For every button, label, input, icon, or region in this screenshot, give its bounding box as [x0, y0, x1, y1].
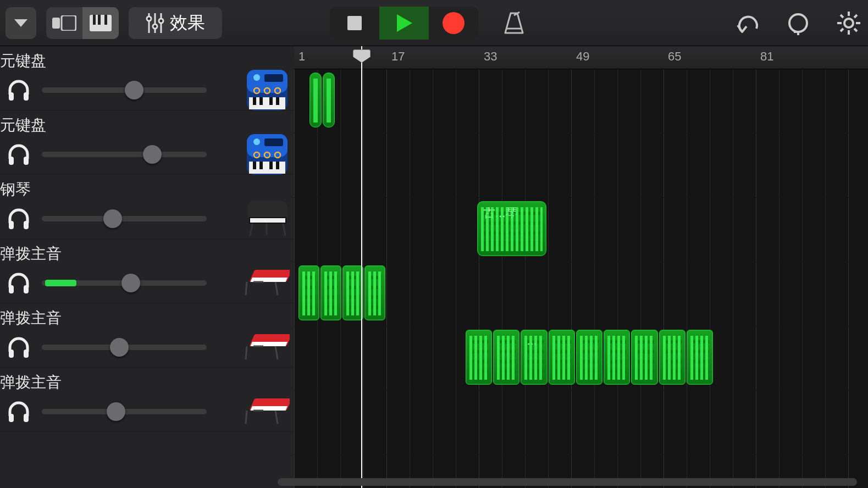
undo-button[interactable]	[734, 9, 761, 37]
svg-point-7	[147, 16, 151, 21]
svg-rect-61	[9, 285, 14, 293]
headphones-icon[interactable]	[7, 400, 31, 424]
ruler-tick: 65	[668, 49, 681, 64]
midi-clip[interactable]	[493, 330, 519, 385]
timeline-lane[interactable]	[294, 198, 868, 262]
track-name: 钢琴	[0, 179, 31, 200]
metronome-button[interactable]	[500, 7, 528, 40]
svg-rect-51	[259, 162, 263, 169]
sliders-icon	[146, 12, 164, 34]
piano-keys-icon	[90, 15, 112, 31]
track-row[interactable]: 弹拨主音	[0, 368, 294, 432]
timeline-ruler[interactable]: 11733496581	[294, 46, 868, 69]
volume-slider[interactable]	[42, 146, 207, 163]
headphones-icon[interactable]	[7, 142, 31, 167]
svg-rect-40	[9, 157, 14, 165]
midi-clip[interactable]	[687, 330, 713, 385]
instrument-icon[interactable]	[245, 389, 290, 434]
svg-rect-26	[9, 92, 14, 101]
instrument-icon[interactable]	[245, 132, 290, 177]
instrument-icon[interactable]	[245, 325, 290, 370]
headphones-icon[interactable]	[7, 78, 31, 102]
timeline-lane[interactable]	[294, 391, 868, 455]
svg-rect-69	[24, 350, 29, 358]
midi-clip[interactable]	[309, 73, 322, 127]
midi-clip[interactable]: ...	[521, 330, 547, 385]
fx-label: 效果	[170, 11, 205, 35]
midi-clip[interactable]	[364, 265, 385, 320]
svg-rect-62	[24, 285, 29, 293]
timeline-body[interactable]: 古...琴...	[294, 69, 868, 488]
midi-clip[interactable]	[323, 73, 335, 127]
timeline[interactable]: 11733496581 古...琴...	[294, 46, 868, 488]
headphones-icon[interactable]	[7, 207, 31, 231]
svg-point-13	[443, 12, 465, 34]
midi-clip[interactable]	[549, 330, 575, 385]
top-toolbar: 效果	[0, 0, 868, 46]
svg-rect-1	[62, 15, 76, 31]
volume-slider[interactable]	[42, 403, 207, 420]
track-name: 弹拨主音	[0, 308, 62, 329]
stop-button[interactable]	[330, 7, 379, 40]
undo-icon	[736, 12, 760, 34]
midi-clip[interactable]	[659, 330, 685, 385]
instrument-icon[interactable]	[245, 196, 290, 241]
svg-line-23	[854, 29, 857, 31]
track-row[interactable]: 元键盘	[0, 46, 294, 110]
svg-line-80	[275, 411, 278, 424]
ruler-tick: 17	[391, 49, 405, 64]
view-mode-tracks-icon[interactable]	[46, 7, 82, 39]
midi-clip[interactable]	[631, 330, 657, 385]
svg-rect-57	[250, 218, 285, 223]
loop-icon	[786, 11, 810, 35]
svg-rect-12	[347, 16, 362, 30]
fx-button[interactable]: 效果	[129, 7, 222, 39]
track-row[interactable]: 钢琴	[0, 175, 294, 239]
view-mode-instrument-icon[interactable]	[82, 7, 119, 39]
midi-clip[interactable]	[576, 330, 602, 385]
midi-clip[interactable]	[298, 265, 319, 320]
transport-controls	[330, 7, 528, 40]
track-row[interactable]: 元键盘	[0, 110, 294, 175]
track-row[interactable]: 弹拨主音	[0, 239, 294, 303]
svg-rect-4	[98, 15, 101, 25]
timeline-lane[interactable]	[294, 134, 868, 198]
loop-button[interactable]	[784, 9, 812, 37]
view-mode-toggle[interactable]	[46, 7, 119, 39]
volume-slider[interactable]	[42, 82, 207, 98]
play-button[interactable]	[379, 7, 429, 40]
svg-rect-0	[52, 18, 60, 29]
horizontal-scrollbar[interactable]	[278, 478, 857, 486]
instrument-icon[interactable]	[245, 260, 290, 306]
midi-clip[interactable]	[604, 330, 630, 385]
track-name: 元键盘	[0, 115, 46, 136]
svg-line-73	[275, 346, 278, 359]
midi-clip[interactable]: 古...琴	[477, 201, 546, 256]
midi-clip[interactable]	[466, 330, 492, 385]
svg-line-65	[246, 282, 247, 295]
headphones-icon[interactable]	[7, 335, 31, 359]
record-button[interactable]	[429, 7, 478, 40]
headphones-icon[interactable]	[7, 271, 31, 295]
volume-slider[interactable]	[42, 339, 207, 356]
svg-line-58	[250, 224, 252, 236]
svg-rect-45	[264, 138, 283, 146]
svg-point-9	[153, 24, 157, 29]
settings-button[interactable]	[835, 9, 863, 37]
svg-line-79	[246, 411, 247, 424]
midi-clip[interactable]	[320, 265, 341, 320]
ruler-tick: 81	[760, 49, 773, 64]
svg-rect-52	[269, 162, 273, 169]
gear-icon	[836, 10, 861, 36]
volume-slider[interactable]	[42, 275, 207, 291]
view-dropdown-button[interactable]	[5, 7, 36, 39]
track-row[interactable]: 弹拨主音	[0, 303, 294, 368]
timeline-lane[interactable]	[294, 69, 868, 134]
midi-clip[interactable]	[342, 265, 363, 320]
svg-rect-76	[24, 414, 29, 422]
metronome-icon	[503, 11, 525, 35]
instrument-icon[interactable]	[245, 68, 290, 113]
svg-point-16	[789, 14, 807, 32]
volume-slider[interactable]	[42, 210, 207, 227]
playhead[interactable]	[361, 46, 362, 488]
